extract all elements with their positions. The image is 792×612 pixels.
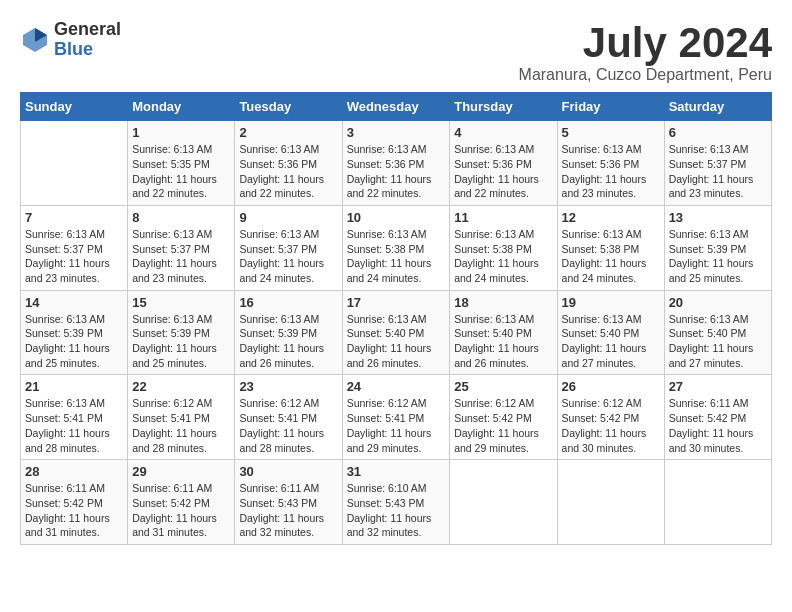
- day-number: 10: [347, 210, 446, 225]
- week-row-2: 7Sunrise: 6:13 AMSunset: 5:37 PMDaylight…: [21, 205, 772, 290]
- header-cell-thursday: Thursday: [450, 93, 557, 121]
- day-info: Sunrise: 6:11 AMSunset: 5:43 PMDaylight:…: [239, 481, 337, 540]
- day-cell: [450, 460, 557, 545]
- day-number: 21: [25, 379, 123, 394]
- calendar-body: 1Sunrise: 6:13 AMSunset: 5:35 PMDaylight…: [21, 121, 772, 545]
- month-title: July 2024: [519, 20, 772, 66]
- day-info: Sunrise: 6:13 AMSunset: 5:38 PMDaylight:…: [454, 227, 552, 286]
- day-info: Sunrise: 6:13 AMSunset: 5:40 PMDaylight:…: [669, 312, 767, 371]
- day-info: Sunrise: 6:13 AMSunset: 5:40 PMDaylight:…: [347, 312, 446, 371]
- day-info: Sunrise: 6:13 AMSunset: 5:40 PMDaylight:…: [562, 312, 660, 371]
- day-number: 12: [562, 210, 660, 225]
- day-cell: 4Sunrise: 6:13 AMSunset: 5:36 PMDaylight…: [450, 121, 557, 206]
- day-info: Sunrise: 6:13 AMSunset: 5:39 PMDaylight:…: [132, 312, 230, 371]
- day-info: Sunrise: 6:13 AMSunset: 5:37 PMDaylight:…: [132, 227, 230, 286]
- day-info: Sunrise: 6:11 AMSunset: 5:42 PMDaylight:…: [132, 481, 230, 540]
- day-info: Sunrise: 6:12 AMSunset: 5:41 PMDaylight:…: [132, 396, 230, 455]
- day-cell: 3Sunrise: 6:13 AMSunset: 5:36 PMDaylight…: [342, 121, 450, 206]
- header-cell-wednesday: Wednesday: [342, 93, 450, 121]
- day-info: Sunrise: 6:13 AMSunset: 5:40 PMDaylight:…: [454, 312, 552, 371]
- day-number: 22: [132, 379, 230, 394]
- day-number: 9: [239, 210, 337, 225]
- day-cell: 25Sunrise: 6:12 AMSunset: 5:42 PMDayligh…: [450, 375, 557, 460]
- day-cell: 22Sunrise: 6:12 AMSunset: 5:41 PMDayligh…: [128, 375, 235, 460]
- day-cell: 30Sunrise: 6:11 AMSunset: 5:43 PMDayligh…: [235, 460, 342, 545]
- day-cell: 26Sunrise: 6:12 AMSunset: 5:42 PMDayligh…: [557, 375, 664, 460]
- day-info: Sunrise: 6:10 AMSunset: 5:43 PMDaylight:…: [347, 481, 446, 540]
- day-number: 23: [239, 379, 337, 394]
- day-info: Sunrise: 6:13 AMSunset: 5:38 PMDaylight:…: [347, 227, 446, 286]
- week-row-5: 28Sunrise: 6:11 AMSunset: 5:42 PMDayligh…: [21, 460, 772, 545]
- day-number: 8: [132, 210, 230, 225]
- day-number: 13: [669, 210, 767, 225]
- day-cell: 29Sunrise: 6:11 AMSunset: 5:42 PMDayligh…: [128, 460, 235, 545]
- day-cell: 24Sunrise: 6:12 AMSunset: 5:41 PMDayligh…: [342, 375, 450, 460]
- day-number: 17: [347, 295, 446, 310]
- day-info: Sunrise: 6:13 AMSunset: 5:36 PMDaylight:…: [454, 142, 552, 201]
- day-cell: 1Sunrise: 6:13 AMSunset: 5:35 PMDaylight…: [128, 121, 235, 206]
- day-cell: 21Sunrise: 6:13 AMSunset: 5:41 PMDayligh…: [21, 375, 128, 460]
- day-number: 1: [132, 125, 230, 140]
- day-cell: 16Sunrise: 6:13 AMSunset: 5:39 PMDayligh…: [235, 290, 342, 375]
- day-info: Sunrise: 6:13 AMSunset: 5:36 PMDaylight:…: [562, 142, 660, 201]
- day-cell: 9Sunrise: 6:13 AMSunset: 5:37 PMDaylight…: [235, 205, 342, 290]
- day-number: 16: [239, 295, 337, 310]
- day-number: 18: [454, 295, 552, 310]
- day-number: 4: [454, 125, 552, 140]
- week-row-1: 1Sunrise: 6:13 AMSunset: 5:35 PMDaylight…: [21, 121, 772, 206]
- header-cell-sunday: Sunday: [21, 93, 128, 121]
- day-info: Sunrise: 6:13 AMSunset: 5:39 PMDaylight:…: [25, 312, 123, 371]
- day-number: 6: [669, 125, 767, 140]
- calendar-header: SundayMondayTuesdayWednesdayThursdayFrid…: [21, 93, 772, 121]
- day-cell: 8Sunrise: 6:13 AMSunset: 5:37 PMDaylight…: [128, 205, 235, 290]
- header-cell-monday: Monday: [128, 93, 235, 121]
- day-info: Sunrise: 6:13 AMSunset: 5:36 PMDaylight:…: [347, 142, 446, 201]
- day-info: Sunrise: 6:13 AMSunset: 5:35 PMDaylight:…: [132, 142, 230, 201]
- logo-general: General: [54, 20, 121, 40]
- week-row-3: 14Sunrise: 6:13 AMSunset: 5:39 PMDayligh…: [21, 290, 772, 375]
- day-cell: 23Sunrise: 6:12 AMSunset: 5:41 PMDayligh…: [235, 375, 342, 460]
- day-number: 27: [669, 379, 767, 394]
- day-cell: 11Sunrise: 6:13 AMSunset: 5:38 PMDayligh…: [450, 205, 557, 290]
- header-row: SundayMondayTuesdayWednesdayThursdayFrid…: [21, 93, 772, 121]
- day-cell: 20Sunrise: 6:13 AMSunset: 5:40 PMDayligh…: [664, 290, 771, 375]
- day-info: Sunrise: 6:13 AMSunset: 5:37 PMDaylight:…: [669, 142, 767, 201]
- day-number: 11: [454, 210, 552, 225]
- day-cell: 13Sunrise: 6:13 AMSunset: 5:39 PMDayligh…: [664, 205, 771, 290]
- day-info: Sunrise: 6:12 AMSunset: 5:42 PMDaylight:…: [562, 396, 660, 455]
- header-cell-friday: Friday: [557, 93, 664, 121]
- week-row-4: 21Sunrise: 6:13 AMSunset: 5:41 PMDayligh…: [21, 375, 772, 460]
- day-number: 14: [25, 295, 123, 310]
- day-number: 3: [347, 125, 446, 140]
- day-info: Sunrise: 6:13 AMSunset: 5:41 PMDaylight:…: [25, 396, 123, 455]
- day-info: Sunrise: 6:12 AMSunset: 5:41 PMDaylight:…: [239, 396, 337, 455]
- header-cell-saturday: Saturday: [664, 93, 771, 121]
- header: General Blue July 2024 Maranura, Cuzco D…: [20, 20, 772, 84]
- day-number: 2: [239, 125, 337, 140]
- logo-icon: [20, 25, 50, 55]
- day-cell: 18Sunrise: 6:13 AMSunset: 5:40 PMDayligh…: [450, 290, 557, 375]
- day-number: 31: [347, 464, 446, 479]
- day-number: 20: [669, 295, 767, 310]
- day-cell: 19Sunrise: 6:13 AMSunset: 5:40 PMDayligh…: [557, 290, 664, 375]
- day-info: Sunrise: 6:11 AMSunset: 5:42 PMDaylight:…: [669, 396, 767, 455]
- day-number: 26: [562, 379, 660, 394]
- day-cell: 15Sunrise: 6:13 AMSunset: 5:39 PMDayligh…: [128, 290, 235, 375]
- logo: General Blue: [20, 20, 121, 60]
- day-cell: 7Sunrise: 6:13 AMSunset: 5:37 PMDaylight…: [21, 205, 128, 290]
- day-info: Sunrise: 6:12 AMSunset: 5:41 PMDaylight:…: [347, 396, 446, 455]
- header-cell-tuesday: Tuesday: [235, 93, 342, 121]
- day-cell: 17Sunrise: 6:13 AMSunset: 5:40 PMDayligh…: [342, 290, 450, 375]
- day-cell: 27Sunrise: 6:11 AMSunset: 5:42 PMDayligh…: [664, 375, 771, 460]
- calendar-table: SundayMondayTuesdayWednesdayThursdayFrid…: [20, 92, 772, 545]
- day-info: Sunrise: 6:13 AMSunset: 5:39 PMDaylight:…: [669, 227, 767, 286]
- day-cell: [21, 121, 128, 206]
- logo-blue: Blue: [54, 40, 121, 60]
- day-info: Sunrise: 6:13 AMSunset: 5:37 PMDaylight:…: [239, 227, 337, 286]
- day-info: Sunrise: 6:13 AMSunset: 5:36 PMDaylight:…: [239, 142, 337, 201]
- day-cell: 31Sunrise: 6:10 AMSunset: 5:43 PMDayligh…: [342, 460, 450, 545]
- day-cell: 5Sunrise: 6:13 AMSunset: 5:36 PMDaylight…: [557, 121, 664, 206]
- day-number: 29: [132, 464, 230, 479]
- day-number: 5: [562, 125, 660, 140]
- title-area: July 2024 Maranura, Cuzco Department, Pe…: [519, 20, 772, 84]
